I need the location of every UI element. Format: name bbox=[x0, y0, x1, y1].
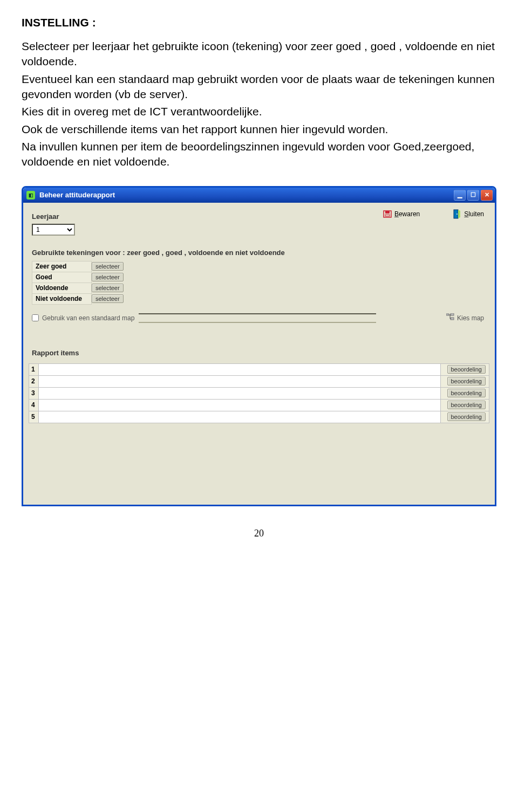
window-title: Beheer attituderapport bbox=[39, 191, 115, 199]
item-number: 2 bbox=[29, 375, 39, 387]
bewaren-mnemonic: B bbox=[394, 210, 399, 218]
table-row: Zeer goed selecteer bbox=[32, 261, 127, 272]
doc-heading: INSTELLING : bbox=[22, 16, 496, 29]
stdmap-checkbox-label[interactable]: Gebruik van een standaard map bbox=[32, 314, 134, 322]
table-row: Goed selecteer bbox=[32, 272, 127, 283]
sluiten-button[interactable]: Sluiten bbox=[452, 209, 484, 219]
svg-rect-2 bbox=[385, 215, 390, 216]
leerjaar-label: Leerjaar bbox=[32, 212, 383, 221]
close-icon: ✕ bbox=[485, 192, 489, 198]
table-row: 1 beoordeling bbox=[29, 363, 489, 375]
beoordeling-button[interactable]: beoordeling bbox=[447, 401, 486, 409]
table-row: 2 beoordeling bbox=[29, 375, 489, 387]
selecteer-button[interactable]: selecteer bbox=[92, 284, 124, 292]
selecteer-button[interactable]: selecteer bbox=[92, 273, 124, 281]
window-minimize-button[interactable]: ▁ bbox=[454, 190, 466, 201]
item-value-cell[interactable] bbox=[39, 399, 441, 411]
svg-point-5 bbox=[456, 214, 458, 215]
kies-map-label: Kies map bbox=[457, 314, 484, 322]
window-titlebar[interactable]: ◧ Beheer attituderapport ▁ ☐ ✕ bbox=[23, 188, 495, 203]
minimize-icon: ▁ bbox=[458, 192, 462, 198]
table-row: 3 beoordeling bbox=[29, 387, 489, 399]
selecteer-button[interactable]: selecteer bbox=[92, 294, 124, 303]
tekening-row-label: Niet voldoende bbox=[32, 293, 92, 304]
table-row: 4 beoordeling bbox=[29, 399, 489, 411]
rapport-items-label: Rapport items bbox=[32, 349, 489, 357]
stdmap-checkbox[interactable] bbox=[32, 314, 39, 321]
tekening-row-label: Goed bbox=[32, 272, 92, 283]
window-maximize-button[interactable]: ☐ bbox=[467, 190, 479, 201]
selecteer-button[interactable]: selecteer bbox=[92, 262, 124, 271]
stdmap-label-text: Gebruik van een standaard map bbox=[42, 314, 134, 322]
window-close-button[interactable]: ✕ bbox=[481, 190, 493, 201]
beoordeling-button[interactable]: beoordeling bbox=[447, 389, 486, 397]
svg-rect-1 bbox=[385, 211, 390, 214]
tekeningen-table: Zeer goed selecteer Goed selecteer Voldo… bbox=[32, 261, 127, 305]
bewaren-button[interactable]: Bewaren bbox=[383, 209, 420, 219]
doc-para: Eventueel kan een standaard map gebruikt… bbox=[22, 72, 496, 102]
app-icon: ◧ bbox=[26, 191, 35, 199]
maximize-icon: ☐ bbox=[471, 192, 476, 198]
leerjaar-select[interactable]: 1 bbox=[32, 224, 75, 236]
sluiten-label-rest: luiten bbox=[468, 210, 484, 218]
doc-para: Na invullen kunnen per item de beoordeli… bbox=[22, 139, 496, 170]
doc-para: Kies dit in overeg met de ICT verantwoor… bbox=[22, 104, 496, 119]
item-number: 3 bbox=[29, 387, 39, 399]
stdmap-path-input[interactable] bbox=[139, 313, 376, 323]
window-frame: ◧ Beheer attituderapport ▁ ☐ ✕ Leerjaar bbox=[22, 186, 496, 506]
item-value-cell[interactable] bbox=[39, 387, 441, 399]
beoordeling-button[interactable]: beoordeling bbox=[447, 377, 486, 386]
bewaren-label-rest: ewaren bbox=[399, 210, 420, 218]
table-row: 5 beoordeling bbox=[29, 411, 489, 423]
beoordeling-button[interactable]: beoordeling bbox=[447, 412, 486, 421]
save-icon bbox=[383, 209, 392, 219]
beoordeling-button[interactable]: beoordeling bbox=[447, 365, 486, 374]
doc-para: Ook de verschillende items van het rappo… bbox=[22, 122, 496, 137]
tekeningen-section-label: Gebruikte tekeningen voor : zeer goed , … bbox=[32, 249, 489, 257]
svg-rect-6 bbox=[446, 314, 449, 315]
svg-marker-4 bbox=[458, 210, 460, 218]
kies-map-button[interactable]: Kies map bbox=[446, 313, 484, 322]
folder-tree-icon bbox=[446, 313, 455, 322]
doc-para: Selecteer per leerjaar het gebruikte ico… bbox=[22, 39, 496, 70]
item-number: 4 bbox=[29, 399, 39, 411]
page-number: 20 bbox=[22, 528, 496, 539]
item-value-cell[interactable] bbox=[39, 411, 441, 423]
item-value-cell[interactable] bbox=[39, 363, 441, 375]
item-number: 5 bbox=[29, 411, 39, 423]
tekening-row-label: Voldoende bbox=[32, 283, 92, 293]
rapport-items-table: 1 beoordeling 2 beoordeling 3 beoordelin… bbox=[29, 363, 489, 423]
table-row: Niet voldoende selecteer bbox=[32, 293, 127, 304]
table-row: Voldoende selecteer bbox=[32, 283, 127, 293]
item-value-cell[interactable] bbox=[39, 375, 441, 387]
item-number: 1 bbox=[29, 363, 39, 375]
exit-door-icon bbox=[452, 209, 462, 219]
tekening-row-label: Zeer goed bbox=[32, 261, 92, 272]
